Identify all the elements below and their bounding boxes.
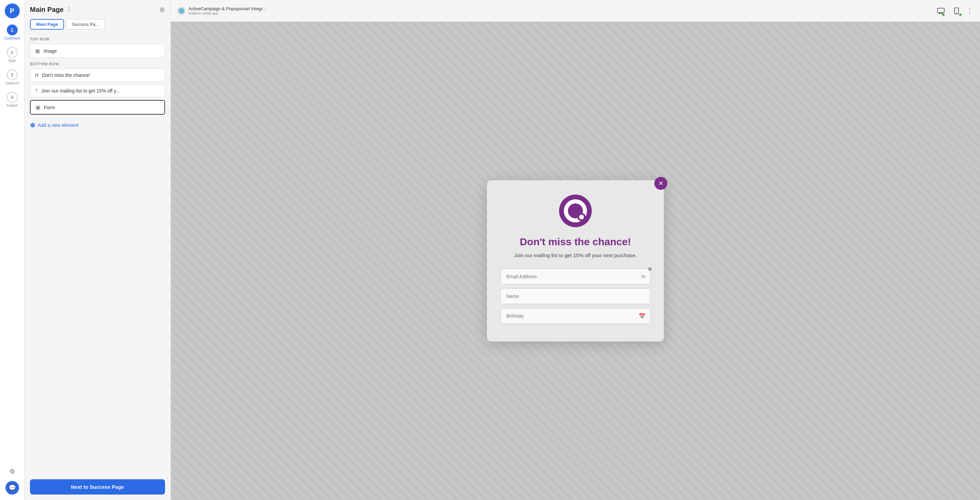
sidebar-header: Main Page ⋮ ⊕ — [30, 5, 165, 14]
toolbar-right: ⋮ — [935, 5, 973, 17]
preview-area: 🌐 ActiveCampaign & Popupsmart Integr... … — [171, 0, 980, 500]
calendar-icon: 📅 — [639, 313, 646, 319]
popup-modal: ✕ Don't miss the chance! Join our mailin… — [487, 180, 664, 342]
field-active-dot — [648, 267, 652, 271]
icon-bar-bottom: ⚙ 💬 — [5, 465, 19, 500]
tab-success-page[interactable]: Success Pa... — [66, 19, 105, 30]
site-globe-icon: 🌐 — [178, 7, 185, 14]
popup-close-button[interactable]: ✕ — [654, 177, 667, 190]
nav-item-publish[interactable]: 4 Publish — [0, 89, 24, 111]
chat-support-button[interactable]: 💬 — [5, 481, 19, 495]
nav-circle-publish: 4 — [7, 92, 18, 103]
mobile-device-button[interactable] — [951, 5, 962, 17]
desktop-dot — [942, 14, 945, 16]
app-logo[interactable]: P — [5, 3, 20, 18]
heading-row-icon: H — [35, 73, 38, 78]
email-input[interactable] — [501, 269, 650, 284]
element-text[interactable]: T Join our mailing list to get 15% off y… — [30, 84, 165, 97]
add-element-button[interactable]: ⊕ Add a new element — [30, 119, 165, 132]
email-field-container: ✉ — [501, 269, 650, 284]
mobile-dot — [959, 14, 962, 16]
element-image[interactable]: ▣ Image — [30, 44, 165, 58]
name-field-container — [501, 289, 650, 304]
toolbar-url-sub: trialfirst.netlify.app — [189, 11, 266, 15]
form-row-icon: ▣ — [35, 104, 40, 111]
desktop-icon — [937, 8, 945, 14]
page-tabs: Main Page Success Pa... — [30, 19, 165, 30]
nav-label-customize: Customize — [4, 37, 20, 40]
element-heading[interactable]: H Don't miss the chance! — [30, 69, 165, 82]
image-row-icon: ▣ — [35, 48, 40, 54]
more-options-button[interactable]: ⋮ — [966, 7, 973, 15]
sidebar-title: Main Page ⋮ — [30, 6, 72, 14]
nav-label-style: Style — [8, 59, 16, 63]
preview-toolbar: 🌐 ActiveCampaign & Popupsmart Integr... … — [171, 0, 980, 22]
toolbar-url-title: ActiveCampaign & Popupsmart Integr... — [189, 6, 266, 11]
desktop-device-button[interactable] — [935, 5, 947, 17]
sidebar-menu-icon[interactable]: ⋮ — [66, 6, 72, 13]
svg-point-9 — [579, 214, 584, 219]
nav-circle-customize: 1 — [7, 24, 18, 35]
bottom-row-label: BOTTOM ROW — [30, 62, 165, 66]
settings-button[interactable]: ⚙ — [5, 465, 19, 478]
preview-content: ✕ Don't miss the chance! Join our mailin… — [171, 22, 980, 500]
nav-item-style[interactable]: 2 Style — [0, 44, 24, 66]
text-row-icon: T — [35, 88, 38, 94]
nav-label-publish: Publish — [6, 104, 18, 108]
popup-title: Don't miss the chance! — [520, 236, 631, 248]
top-row-label: TOP ROW — [30, 37, 165, 41]
popup-subtitle: Join our mailing list to get 15% off you… — [514, 252, 637, 260]
nav-circle-style: 2 — [7, 47, 18, 58]
name-input[interactable] — [501, 289, 650, 304]
birthday-input[interactable] — [501, 308, 650, 324]
svg-rect-0 — [937, 8, 944, 13]
next-button-container: Next to Success Page — [30, 474, 165, 495]
add-element-icon: ⊕ — [30, 121, 35, 129]
svg-point-5 — [956, 13, 957, 13]
email-icon: ✉ — [641, 273, 646, 280]
nav-label-segment: Segment — [5, 81, 19, 85]
nav-item-segment[interactable]: 3 Segment — [0, 66, 24, 89]
tab-main-page[interactable]: Main Page — [30, 19, 64, 30]
toolbar-left: 🌐 ActiveCampaign & Popupsmart Integr... … — [178, 6, 266, 15]
sidebar-add-page-icon[interactable]: ⊕ — [159, 5, 165, 14]
icon-bar: P 1 Customize 2 Style 3 Segment 4 Publis… — [0, 0, 24, 500]
popup-logo — [558, 194, 592, 228]
nav-circle-segment: 3 — [7, 69, 18, 80]
mobile-icon — [954, 8, 959, 14]
sidebar-panel: Main Page ⋮ ⊕ Main Page Success Pa... TO… — [24, 0, 171, 500]
next-to-success-button[interactable]: Next to Success Page — [30, 479, 165, 495]
nav-item-customize[interactable]: 1 Customize — [0, 21, 24, 44]
birthday-field-container: 📅 — [501, 308, 650, 324]
element-form[interactable]: ▣ Form — [30, 100, 165, 114]
